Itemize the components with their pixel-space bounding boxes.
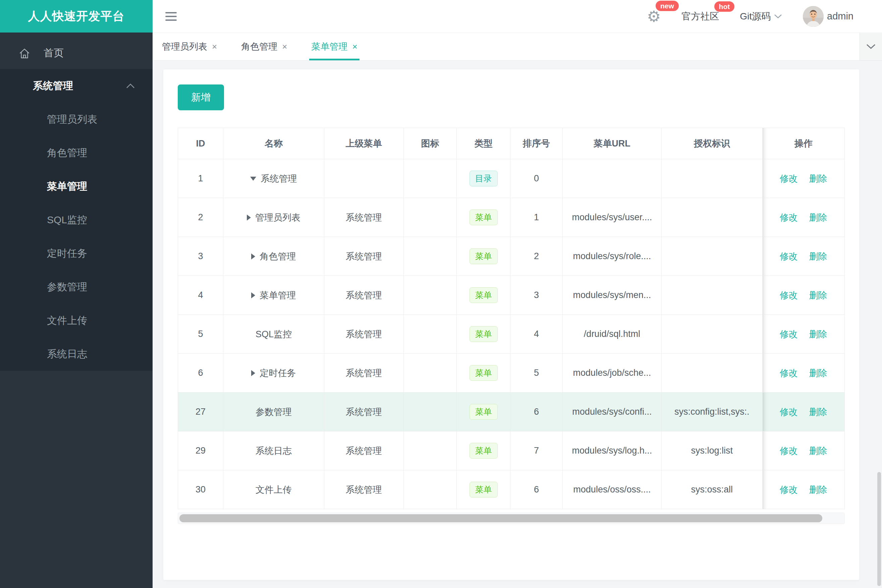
sidebar-item[interactable]: 管理员列表 [0, 103, 153, 136]
tab-label: 角色管理 [241, 40, 277, 52]
horizontal-scrollbar[interactable] [178, 513, 845, 524]
avatar [803, 6, 823, 27]
column-header: 名称 [223, 128, 324, 159]
table-row[interactable]: 30 文件上传 系统管理 菜单 6 modules/oss/oss.... sy… [178, 470, 845, 509]
modify-link[interactable]: 修改 [780, 485, 798, 495]
delete-link[interactable]: 删除 [809, 174, 827, 184]
tab[interactable]: 管理员列表 × [162, 33, 217, 60]
expand-caret-icon[interactable] [251, 254, 255, 260]
add-button[interactable]: 新增 [178, 84, 224, 110]
url-cell [562, 159, 661, 198]
sidebar-group-system: 系统管理 管理员列表 角色管理 菜单管理 SQL监控 定时任务 参数管理 文件上… [0, 69, 153, 371]
sidebar-item[interactable]: 定时任务 [0, 237, 153, 270]
modify-link[interactable]: 修改 [780, 407, 798, 417]
delete-link[interactable]: 删除 [809, 329, 827, 339]
table-body: 1 系统管理 目录 0 修改 删除 2 管理员列表 系统管理 菜单 1 [178, 159, 845, 509]
table-row[interactable]: 2 管理员列表 系统管理 菜单 1 modules/sys/user.... 修… [178, 198, 845, 237]
type-badge: 菜单 [469, 482, 498, 498]
sidebar-item-home[interactable]: 首页 [0, 37, 153, 69]
menu-name: 系统管理 [261, 172, 297, 185]
url-cell: modules/sys/log.h... [562, 432, 661, 470]
delete-link[interactable]: 删除 [809, 368, 827, 378]
type-badge: 菜单 [469, 326, 498, 342]
modify-link[interactable]: 修改 [780, 174, 798, 184]
actions-cell: 修改 删除 [762, 393, 844, 432]
table-row[interactable]: 27 参数管理 系统管理 菜单 6 modules/sys/confi... s… [178, 393, 845, 432]
table-row[interactable]: 6 定时任务 系统管理 菜单 5 modules/job/sche... 修改 … [178, 354, 845, 393]
id-cell: 5 [178, 315, 223, 354]
tab-close-icon[interactable]: × [282, 42, 287, 51]
menu-name: SQL监控 [255, 328, 292, 340]
table-row[interactable]: 4 菜单管理 系统管理 菜单 3 modules/sys/men... 修改 删… [178, 276, 845, 315]
column-header: 排序号 [511, 128, 562, 159]
name-cell: 角色管理 [223, 237, 324, 276]
community-link[interactable]: 官方社区 hot [681, 10, 719, 23]
sort-cell: 2 [511, 237, 562, 276]
tab-close-icon[interactable]: × [352, 42, 357, 51]
sidebar-item[interactable]: 角色管理 [0, 136, 153, 170]
expand-caret-icon[interactable] [251, 370, 255, 376]
name-cell: 管理员列表 [223, 198, 324, 237]
tab-overflow-button[interactable] [859, 33, 882, 60]
type-cell: 菜单 [457, 354, 511, 393]
sidebar-item[interactable]: 文件上传 [0, 304, 153, 337]
column-header: ID [178, 128, 223, 159]
sidebar-item[interactable]: 菜单管理 [0, 170, 153, 203]
menu-name: 管理员列表 [255, 212, 301, 224]
expand-caret-icon[interactable] [251, 292, 255, 298]
sidebar-item[interactable]: 参数管理 [0, 270, 153, 304]
settings-button[interactable]: ⚙ new [647, 9, 661, 24]
parent-cell: 系统管理 [324, 276, 403, 315]
delete-link[interactable]: 删除 [809, 251, 827, 261]
sidebar-item[interactable]: SQL监控 [0, 203, 153, 237]
delete-link[interactable]: 删除 [809, 485, 827, 495]
delete-link[interactable]: 删除 [809, 446, 827, 456]
table-row[interactable]: 29 系统日志 系统管理 菜单 7 modules/sys/log.h... s… [178, 432, 845, 470]
column-header: 操作 [762, 128, 844, 159]
vertical-scrollbar-thumb[interactable] [877, 472, 881, 586]
type-cell: 菜单 [457, 237, 511, 276]
expand-caret-icon[interactable] [250, 177, 256, 181]
type-cell: 目录 [457, 159, 511, 198]
icon-cell [404, 393, 457, 432]
table-row[interactable]: 3 角色管理 系统管理 菜单 2 modules/sys/role.... 修改… [178, 237, 845, 276]
tab[interactable]: 菜单管理 × [311, 33, 357, 60]
actions-cell: 修改 删除 [762, 315, 844, 354]
table-row[interactable]: 5 SQL监控 系统管理 菜单 4 /druid/sql.html 修改 删除 [178, 315, 845, 354]
hamburger-button[interactable] [165, 10, 177, 23]
menu-name: 菜单管理 [260, 289, 296, 302]
sidebar-item-label: 文件上传 [47, 314, 87, 327]
type-cell: 菜单 [457, 276, 511, 315]
name-cell: 定时任务 [223, 354, 324, 393]
modify-link[interactable]: 修改 [780, 251, 798, 261]
parent-cell: 系统管理 [324, 432, 403, 470]
tab-close-icon[interactable]: × [212, 42, 217, 51]
chevron-down-icon [865, 43, 876, 50]
user-menu[interactable]: admin [803, 6, 853, 27]
modify-link[interactable]: 修改 [780, 446, 798, 456]
horizontal-scrollbar-thumb[interactable] [179, 514, 822, 522]
tab[interactable]: 角色管理 × [241, 33, 287, 60]
actions-cell: 修改 删除 [762, 432, 844, 470]
sidebar-item[interactable]: 系统日志 [0, 337, 153, 371]
delete-link[interactable]: 删除 [809, 213, 827, 223]
sidebar-group-header[interactable]: 系统管理 [0, 69, 153, 103]
url-cell: modules/sys/user.... [562, 198, 661, 237]
expand-caret-icon[interactable] [247, 214, 251, 220]
table-row[interactable]: 1 系统管理 目录 0 修改 删除 [178, 159, 845, 198]
modify-link[interactable]: 修改 [780, 213, 798, 223]
id-cell: 30 [178, 470, 223, 509]
id-cell: 2 [178, 198, 223, 237]
delete-link[interactable]: 删除 [809, 290, 827, 300]
sidebar-item-label: 角色管理 [47, 146, 87, 160]
modify-link[interactable]: 修改 [780, 329, 798, 339]
delete-link[interactable]: 删除 [809, 407, 827, 417]
modify-link[interactable]: 修改 [780, 290, 798, 300]
git-source-link[interactable]: Git源码 [740, 10, 782, 23]
icon-cell [404, 432, 457, 470]
sidebar-item-label: 菜单管理 [47, 180, 87, 194]
menu-table-wrap: ID 名称 上级菜单 图标 类型 排序号 菜单URL 授权标识 操作 1 系统管… [178, 128, 845, 509]
modify-link[interactable]: 修改 [780, 368, 798, 378]
sort-cell: 6 [511, 470, 562, 509]
url-cell: modules/oss/oss.... [562, 470, 661, 509]
